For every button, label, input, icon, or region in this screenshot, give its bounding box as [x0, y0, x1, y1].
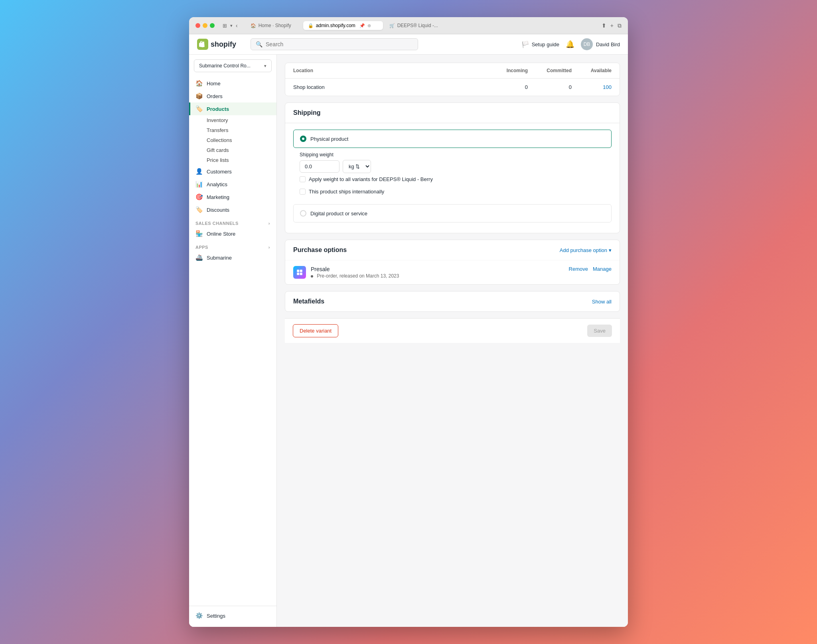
sidebar-item-analytics[interactable]: 📊 Analytics [189, 178, 276, 191]
presale-detail-text: Pre-order, released on March 13, 2023 [317, 273, 399, 279]
apply-weight-checkbox[interactable] [300, 176, 306, 182]
sidebar-subitem-label: Inventory [207, 117, 228, 123]
bottom-action-bar: Delete variant Save [285, 318, 620, 343]
add-purchase-chevron-icon: ▾ [609, 247, 612, 253]
discounts-icon: 🏷️ [195, 206, 203, 213]
sidebar-item-settings[interactable]: ⚙️ Settings [189, 609, 276, 622]
weight-unit-select[interactable]: kg ⇅ lb oz g [343, 160, 371, 173]
sidebar-subitem-inventory[interactable]: Inventory [189, 115, 276, 125]
add-purchase-option-button[interactable]: Add purchase option ▾ [560, 247, 612, 253]
svg-rect-1 [300, 270, 302, 272]
show-all-metafields-button[interactable]: Show all [592, 299, 612, 305]
sales-channels-arrow-icon[interactable]: › [268, 221, 270, 226]
sidebar-item-home[interactable]: 🏠 Home [189, 77, 276, 90]
new-tab-icon[interactable]: + [610, 22, 614, 29]
tab-deeps-favicon: 🛒 [389, 23, 395, 28]
ships-internationally-row[interactable]: This product ships internationally [300, 185, 605, 198]
tab-admin-lock-icon: 🔒 [308, 23, 314, 28]
content-area: Location Incoming Committed Available Sh… [277, 55, 628, 627]
purchase-option-item: Presale Pre-order, released on March 13,… [285, 260, 620, 284]
ships-internationally-checkbox[interactable] [300, 189, 306, 195]
share-icon[interactable]: ⬆ [602, 22, 606, 29]
browser-action-icons: ⬆ + ⧉ [602, 22, 622, 29]
setup-guide-label: Setup guide [532, 41, 559, 47]
sidebar-item-online-store[interactable]: 🏪 Online Store [189, 227, 276, 240]
sidebar-subitem-transfers[interactable]: Transfers [189, 125, 276, 135]
search-bar[interactable]: 🔍 [251, 38, 418, 50]
table-row: Shop location 0 0 100 [285, 79, 620, 96]
user-menu[interactable]: DB David Bird [581, 38, 620, 50]
user-name-label: David Bird [596, 41, 620, 47]
available-value[interactable]: 100 [572, 84, 612, 90]
sidebar-subitem-gift-cards[interactable]: Gift cards [189, 145, 276, 155]
apps-section-label: Apps › [189, 240, 276, 251]
tab-home-favicon: 🏠 [251, 23, 256, 28]
sidebar-item-discounts[interactable]: 🏷️ Discounts [189, 203, 276, 216]
incoming-value: 0 [488, 84, 528, 90]
bullet-icon [311, 275, 313, 278]
sidebar-item-products[interactable]: 🏷️ Products [189, 102, 276, 115]
fullscreen-button[interactable] [210, 23, 215, 28]
tab-admin-shopify[interactable]: 🔒 admin.shopify.com 📌 ⊕ [303, 21, 383, 30]
manage-purchase-option-button[interactable]: Manage [593, 266, 612, 272]
sidebar-subitem-collections[interactable]: Collections [189, 135, 276, 145]
add-purchase-option-label: Add purchase option [560, 247, 607, 253]
tab-deeps-liquid[interactable]: 🛒 DEEPS® Liquid -... [385, 21, 443, 30]
inventory-table: Location Incoming Committed Available Sh… [285, 63, 620, 96]
apply-weight-checkbox-row[interactable]: Apply weight to all variants for DEEPS® … [300, 173, 605, 185]
save-button[interactable]: Save [587, 325, 612, 337]
presale-icon [293, 266, 306, 279]
back-icon[interactable]: ‹ [236, 22, 238, 29]
delete-variant-button[interactable]: Delete variant [293, 324, 338, 337]
digital-product-label: Digital product or service [310, 211, 367, 217]
sidebar-item-customers[interactable]: 👤 Customers [189, 165, 276, 178]
col-committed: Committed [528, 68, 572, 73]
store-selector[interactable]: Submarine Control Ro... ▾ [194, 59, 272, 72]
sidebar-bottom: ⚙️ Settings [189, 606, 276, 622]
store-name: Submarine Control Ro... [199, 63, 251, 69]
tab-switcher-icon[interactable]: ⊞ [223, 23, 227, 29]
tab-home-shopify[interactable]: 🏠 Home · Shopify [246, 21, 302, 30]
app-layout: shopify 🔍 🏳️ Setup guide 🔔 DB David Bird [189, 34, 628, 627]
products-icon: 🏷️ [195, 105, 203, 112]
committed-value: 0 [528, 84, 572, 90]
svg-rect-0 [297, 270, 299, 272]
shipping-title: Shipping [285, 103, 620, 123]
sidebar-item-orders[interactable]: 📦 Orders [189, 90, 276, 102]
close-button[interactable] [195, 23, 200, 28]
apply-weight-label: Apply weight to all variants for DEEPS® … [309, 176, 433, 182]
shopify-logo-icon [197, 39, 208, 50]
online-store-icon: 🏪 [195, 230, 203, 237]
traffic-lights [195, 23, 215, 28]
shipping-weight-row: kg ⇅ lb oz g [300, 160, 605, 173]
sales-channels-section-label: Sales channels › [189, 216, 276, 227]
minimize-button[interactable] [203, 23, 207, 28]
chevron-down-icon[interactable]: ▾ [230, 23, 233, 28]
digital-product-option[interactable]: Digital product or service [293, 204, 612, 223]
metafields-card: Metafields Show all [285, 291, 620, 312]
notification-bell-icon[interactable]: 🔔 [566, 40, 574, 49]
physical-product-option[interactable]: Physical product [293, 130, 612, 148]
sidebar-item-submarine[interactable]: 🚢 Submarine [189, 251, 276, 264]
sidebar-subitem-price-lists[interactable]: Price lists [189, 155, 276, 165]
sidebar-item-marketing[interactable]: 🎯 Marketing [189, 191, 276, 203]
avatar: DB [581, 38, 593, 50]
purchase-option-info: Presale Pre-order, released on March 13,… [311, 266, 399, 279]
apps-arrow-icon[interactable]: › [268, 245, 270, 250]
settings-icon: ⚙️ [195, 612, 203, 619]
search-input[interactable] [266, 41, 413, 47]
sidebar-item-label: Marketing [207, 194, 229, 200]
sidebar-toggle-icon[interactable]: ⧉ [618, 22, 622, 29]
flag-icon: 🏳️ [521, 41, 529, 48]
inventory-card: Location Incoming Committed Available Sh… [285, 63, 620, 96]
tab-deeps-label: DEEPS® Liquid -... [397, 23, 438, 28]
sidebar-item-label: Customers [207, 169, 232, 175]
presale-name: Presale [311, 266, 399, 272]
customers-icon: 👤 [195, 168, 203, 175]
setup-guide-button[interactable]: 🏳️ Setup guide [521, 41, 559, 48]
remove-purchase-option-button[interactable]: Remove [569, 266, 588, 272]
purchase-options-card: Purchase options Add purchase option ▾ [285, 240, 620, 285]
tab-pin-icon: 📌 [359, 23, 365, 28]
weight-input[interactable] [300, 160, 339, 173]
search-icon: 🔍 [256, 41, 262, 47]
